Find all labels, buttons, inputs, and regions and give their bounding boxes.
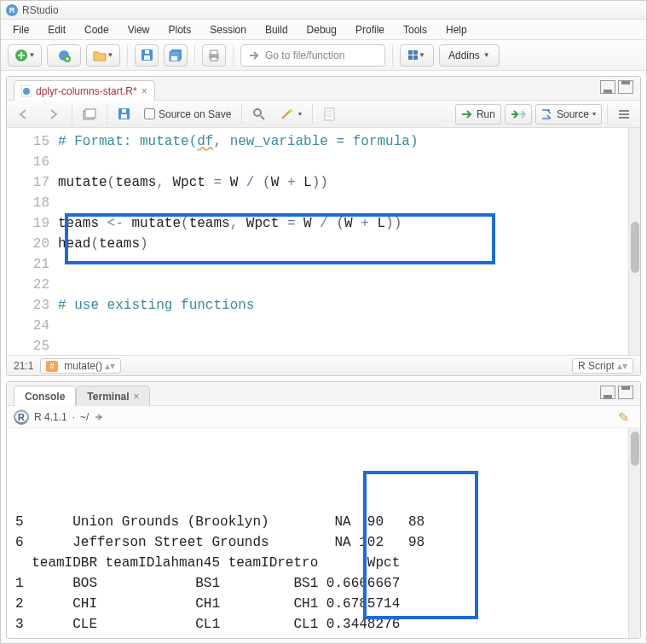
goto-placeholder: Go to file/function <box>265 49 344 61</box>
find-replace-button[interactable] <box>247 104 271 125</box>
console-scrollbar[interactable] <box>628 428 640 638</box>
working-directory[interactable]: ~/ <box>80 411 89 423</box>
maximize-pane-button[interactable] <box>618 386 633 399</box>
file-tab-label: dplyr-columns-start.R* <box>36 85 137 97</box>
back-button[interactable] <box>12 104 38 125</box>
chevron-down-icon: ▼ <box>107 51 114 59</box>
separator <box>392 45 393 66</box>
save-icon <box>141 49 153 61</box>
language-mode[interactable]: R Script ▴▾ <box>572 358 633 374</box>
separator <box>241 104 242 125</box>
popout-icon <box>83 108 96 120</box>
save-button[interactable] <box>135 44 159 67</box>
svg-rect-18 <box>122 109 126 113</box>
menu-file[interactable]: File <box>4 21 38 38</box>
chevron-down-icon: ▼ <box>483 51 490 59</box>
window-title: RStudio <box>22 4 59 16</box>
save-all-icon <box>169 49 183 61</box>
search-icon <box>252 107 266 121</box>
outline-button[interactable] <box>613 104 635 125</box>
main-toolbar: ▼ ▼ Go to file/function ▼ Addins ▼ <box>1 40 646 71</box>
separator <box>312 104 313 125</box>
console-tabrow: Console Terminal× <box>7 382 640 406</box>
new-project-button[interactable] <box>47 44 81 67</box>
rstudio-app-icon: R <box>6 4 18 16</box>
menu-view[interactable]: View <box>119 21 159 38</box>
wd-popout-icon[interactable] <box>94 412 104 422</box>
forward-button[interactable] <box>41 104 66 125</box>
open-file-button[interactable]: ▼ <box>86 44 120 67</box>
compile-report-button[interactable] <box>318 104 340 125</box>
tab-console[interactable]: Console <box>14 386 76 406</box>
clear-console-icon[interactable]: ✎ <box>618 409 633 425</box>
console-header: R 4.1.1 · ~/ ✎ <box>7 406 640 428</box>
addins-button[interactable]: Addins ▼ <box>439 44 500 67</box>
separator <box>607 104 608 125</box>
run-icon <box>461 109 473 119</box>
editor-tabrow: dplyr-columns-start.R* × <box>7 77 640 101</box>
code-editor[interactable]: 1516171819202122232425 # Format: mutate(… <box>7 128 640 355</box>
menu-profile[interactable]: Profile <box>347 21 393 38</box>
scope-nav[interactable]: # mutate() ▴▾ <box>40 358 121 374</box>
save-icon <box>118 107 130 120</box>
new-file-button[interactable]: ▼ <box>8 44 42 67</box>
editor-statusbar: 21:1 # mutate() ▴▾ R Script ▴▾ <box>7 355 640 375</box>
editor-scrollbar[interactable] <box>628 128 640 355</box>
chevron-down-icon: ▼ <box>29 51 36 59</box>
print-button[interactable] <box>202 44 226 67</box>
source-button[interactable]: Source ▾ <box>535 104 602 125</box>
window-titlebar: R RStudio <box>1 1 646 20</box>
source-label: Source <box>557 108 589 120</box>
run-button[interactable]: Run <box>455 104 501 125</box>
svg-point-19 <box>254 109 261 116</box>
minimize-pane-button[interactable] <box>600 386 615 399</box>
close-tab-icon[interactable]: × <box>142 85 147 97</box>
separator <box>107 104 107 125</box>
show-in-new-window-button[interactable] <box>78 104 101 125</box>
menu-session[interactable]: Session <box>201 21 255 38</box>
separator <box>233 45 234 66</box>
maximize-pane-button[interactable] <box>618 80 633 94</box>
tab-terminal[interactable]: Terminal× <box>76 386 150 406</box>
separator <box>127 45 128 66</box>
file-tab[interactable]: dplyr-columns-start.R* × <box>14 80 155 101</box>
close-tab-icon[interactable]: × <box>133 391 139 403</box>
run-label: Run <box>477 108 495 120</box>
console-output[interactable]: 5 Union Grounds (Brooklyn) NA 90 886 Jef… <box>7 428 640 638</box>
editor-toolbar: Source on Save ▾ Run Source ▾ <box>7 101 640 128</box>
menu-code[interactable]: Code <box>76 21 118 38</box>
r-file-icon <box>21 85 32 97</box>
outline-icon <box>618 109 630 119</box>
addins-label: Addins <box>448 49 480 61</box>
source-on-save-toggle[interactable]: Source on Save <box>139 104 236 125</box>
goto-file-function[interactable]: Go to file/function <box>240 44 385 67</box>
r-logo-icon <box>14 409 29 425</box>
forward-arrow-icon <box>46 108 61 120</box>
cursor-position: 21:1 <box>14 360 33 372</box>
menu-build[interactable]: Build <box>257 21 297 38</box>
save-all-button[interactable] <box>164 44 188 67</box>
menu-help[interactable]: Help <box>437 21 476 38</box>
new-file-icon <box>14 49 28 62</box>
stepper-icon: ▴▾ <box>617 360 627 372</box>
svg-rect-10 <box>211 50 217 55</box>
chevron-down-icon: ▾ <box>592 110 596 118</box>
scope-badge-icon: # <box>46 361 58 372</box>
menu-plots[interactable]: Plots <box>160 21 200 38</box>
svg-rect-11 <box>211 57 217 61</box>
minimize-pane-button[interactable] <box>600 80 615 94</box>
code-tools-button[interactable]: ▾ <box>274 104 307 125</box>
pane-window-controls <box>600 80 633 94</box>
svg-rect-15 <box>85 109 95 118</box>
pane-window-controls <box>600 386 633 399</box>
rerun-button[interactable] <box>505 104 532 125</box>
svg-rect-17 <box>121 114 127 119</box>
separator <box>72 104 72 125</box>
save-file-button[interactable] <box>113 104 136 125</box>
menu-edit[interactable]: Edit <box>39 21 74 38</box>
svg-rect-5 <box>145 50 149 54</box>
panes-grid-icon <box>408 50 418 60</box>
menu-tools[interactable]: Tools <box>395 21 436 38</box>
workspace-panes-button[interactable]: ▼ <box>400 44 434 67</box>
menu-debug[interactable]: Debug <box>298 21 345 38</box>
